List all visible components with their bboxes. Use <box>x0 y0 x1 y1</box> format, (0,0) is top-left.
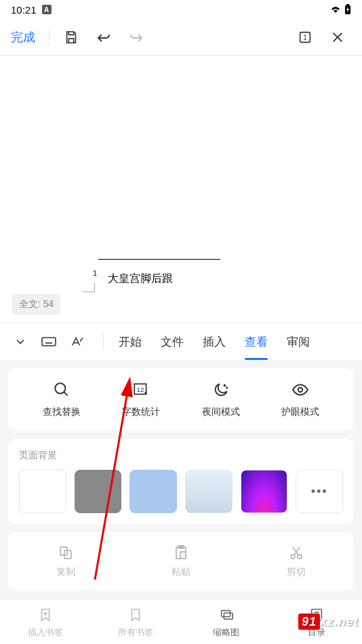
cut-button[interactable]: 剪切 <box>239 544 354 578</box>
done-button[interactable]: 完成 <box>11 29 35 45</box>
doc-corner <box>83 283 95 292</box>
svg-point-13 <box>224 385 225 386</box>
page-background-section: 页面背景 ••• <box>8 439 354 524</box>
document-canvas[interactable]: 1 大皇宫脚后跟 全文: 54 <box>0 56 362 327</box>
bg-more[interactable]: ••• <box>296 470 343 513</box>
bg-sky[interactable] <box>185 470 233 513</box>
svg-point-15 <box>298 388 303 393</box>
keyboard-icon[interactable] <box>37 329 61 354</box>
search-icon <box>53 380 71 399</box>
svg-rect-17 <box>64 550 71 559</box>
svg-rect-1 <box>346 4 349 5</box>
view-tools: 查找替换 12 字数统计 夜间模式 护眼模式 <box>8 368 354 430</box>
tab-view[interactable]: 查看 <box>235 323 277 360</box>
svg-text:1: 1 <box>303 33 307 41</box>
bottom-panel: 开始 文件 插入 查看 审阅 查找替换 12 字数统计 夜间模式 <box>0 323 362 644</box>
find-replace-button[interactable]: 查找替换 <box>22 380 102 418</box>
paste-icon <box>173 544 189 561</box>
paste-button[interactable]: 粘贴 <box>123 544 239 578</box>
battery-icon <box>344 4 351 15</box>
tab-start[interactable]: 开始 <box>109 323 151 360</box>
eye-mode-button[interactable]: 护眼模式 <box>261 380 341 418</box>
footnote-marker: 1 <box>93 269 97 277</box>
bg-label: 页面背景 <box>19 449 343 462</box>
save-button[interactable] <box>58 24 85 51</box>
copy-icon <box>58 544 74 561</box>
copy-button[interactable]: 复制 <box>8 544 123 578</box>
undo-button[interactable] <box>90 24 117 51</box>
divider <box>103 334 104 350</box>
tab-file[interactable]: 文件 <box>151 323 193 360</box>
tab-review[interactable]: 审阅 <box>277 323 319 360</box>
word-count-button[interactable]: 12 字数统计 <box>102 380 182 418</box>
tools-icon[interactable] <box>65 329 89 354</box>
close-button[interactable] <box>324 24 351 51</box>
svg-rect-20 <box>180 552 186 559</box>
svg-point-10 <box>55 383 65 393</box>
document-text: 1 大皇宫脚后跟 <box>98 272 220 286</box>
nav-all-bookmarks[interactable]: 所有书签 <box>91 607 182 639</box>
eye-icon <box>291 380 310 399</box>
night-mode-button[interactable]: 夜间模式 <box>181 380 261 418</box>
redo-button[interactable] <box>123 24 150 51</box>
status-time: 10:21 <box>11 4 37 16</box>
tab-insert[interactable]: 插入 <box>193 323 235 360</box>
nav-thumbnails[interactable]: 缩略图 <box>181 607 272 639</box>
svg-rect-16 <box>60 547 67 555</box>
svg-rect-24 <box>224 613 233 619</box>
wifi-icon <box>329 5 342 14</box>
clipboard-actions: 复制 粘贴 剪切 <box>8 532 354 590</box>
moon-icon <box>212 380 230 399</box>
bg-purple[interactable] <box>241 470 288 513</box>
bg-blue[interactable] <box>129 470 177 513</box>
bg-white[interactable] <box>19 470 66 513</box>
bookmark-add-icon <box>38 607 53 622</box>
page-indicator[interactable]: 1 <box>291 24 319 51</box>
doc-separator-line <box>98 259 220 260</box>
svg-text:12: 12 <box>137 386 144 393</box>
thumbnail-icon <box>219 607 234 622</box>
cut-icon <box>288 544 304 561</box>
svg-rect-4 <box>42 338 56 346</box>
ribbon-tabs: 开始 文件 插入 查看 审阅 <box>0 323 362 360</box>
bg-gray[interactable] <box>75 470 122 513</box>
status-bar: 10:21 A <box>0 0 362 19</box>
svg-point-14 <box>226 387 227 388</box>
status-app-icon: A <box>42 5 52 14</box>
watermark: 9191xz.netxz.net <box>298 615 359 629</box>
collapse-icon[interactable] <box>8 329 33 354</box>
bookmark-icon <box>128 607 143 622</box>
top-toolbar: 完成 1 <box>0 19 362 56</box>
svg-rect-23 <box>221 611 230 617</box>
nav-insert-bookmark[interactable]: 插入书签 <box>0 607 91 639</box>
divider <box>49 29 49 45</box>
wordcount-icon: 12 <box>132 380 150 399</box>
word-count-badge[interactable]: 全文: 54 <box>12 294 60 315</box>
